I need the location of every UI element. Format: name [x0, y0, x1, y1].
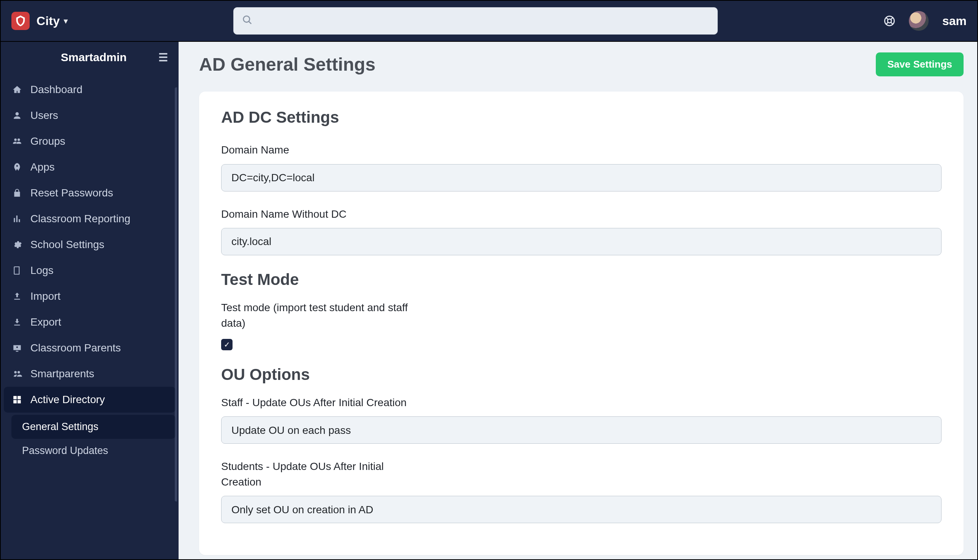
sidebar-item-label: Classroom Parents: [30, 342, 121, 354]
domain-name-label: Domain Name: [221, 142, 419, 158]
download-icon: [12, 317, 23, 327]
user-icon: [12, 110, 23, 120]
sidebar-item-classroom-reporting[interactable]: Classroom Reporting: [4, 206, 175, 232]
sidebar: Smartadmin ☰ DashboardUsersGroupsAppsRes…: [1, 42, 178, 559]
sidebar-item-label: Smartparents: [30, 368, 94, 380]
sidebar-subitem-general-settings[interactable]: General Settings: [12, 415, 175, 439]
sidebar-item-label: Active Directory: [30, 393, 105, 406]
staff-ou-label: Staff - Update OUs After Initial Creatio…: [221, 395, 419, 411]
sidebar-item-import[interactable]: Import: [4, 283, 175, 309]
org-name: City: [37, 14, 60, 28]
search-icon: [242, 15, 252, 28]
svg-line-6: [886, 22, 888, 24]
sidebar-item-label: Classroom Reporting: [30, 213, 130, 225]
sidebar-item-active-directory[interactable]: Active Directory: [4, 387, 175, 413]
sidebar-item-reset-passwords[interactable]: Reset Passwords: [4, 180, 175, 206]
sidebar-item-smartparents[interactable]: Smartparents: [4, 361, 175, 387]
section-title-ou: OU Options: [221, 365, 941, 384]
people-icon: [12, 369, 23, 379]
chevron-down-icon: ▾: [64, 16, 68, 25]
section-title-testmode: Test Mode: [221, 270, 941, 289]
classroom-icon: [12, 343, 23, 353]
sidebar-item-apps[interactable]: Apps: [4, 154, 175, 180]
sidebar-item-label: Users: [30, 109, 58, 122]
username: sam: [942, 14, 966, 28]
svg-line-5: [891, 22, 893, 24]
grid-icon: [12, 395, 23, 405]
upload-icon: [12, 292, 23, 301]
sidebar-item-label: Reset Passwords: [30, 187, 113, 199]
sidebar-item-label: Apps: [30, 161, 55, 173]
svg-line-7: [891, 17, 893, 19]
home-icon: [12, 85, 23, 95]
testmode-checkbox[interactable]: ✓: [221, 339, 233, 350]
svg-line-4: [886, 17, 888, 19]
students-ou-label: Students - Update OUs After Initial Crea…: [221, 459, 419, 490]
sidebar-item-dashboard[interactable]: Dashboard: [4, 77, 175, 103]
sidebar-item-label: School Settings: [30, 238, 105, 251]
domain-name-nodc-label: Domain Name Without DC: [221, 207, 419, 222]
app-logo: [12, 12, 30, 30]
page-title: AD General Settings: [199, 54, 375, 75]
content: AD General Settings Save Settings AD DC …: [178, 42, 977, 559]
search-input[interactable]: [233, 7, 718, 35]
sidebar-item-label: Export: [30, 316, 61, 328]
rocket-icon: [12, 162, 23, 172]
save-button[interactable]: Save Settings: [876, 52, 963, 77]
gear-icon: [12, 240, 23, 250]
sidebar-item-label: Import: [30, 290, 60, 302]
sidebar-subitem-password-updates[interactable]: Password Updates: [12, 439, 175, 463]
avatar[interactable]: [909, 11, 929, 31]
sidebar-item-label: Dashboard: [30, 83, 82, 96]
chart-icon: [12, 214, 23, 224]
sidebar-item-export[interactable]: Export: [4, 309, 175, 335]
book-icon: [12, 265, 23, 275]
org-switcher[interactable]: City ▾: [12, 12, 68, 30]
sidebar-item-logs[interactable]: Logs: [4, 258, 175, 283]
group-icon: [12, 137, 23, 146]
section-title-dc: AD DC Settings: [221, 108, 941, 127]
domain-name-input[interactable]: [221, 164, 941, 192]
sidebar-item-school-settings[interactable]: School Settings: [4, 232, 175, 258]
sidebar-item-users[interactable]: Users: [4, 103, 175, 128]
sidebar-item-classroom-parents[interactable]: Classroom Parents: [4, 335, 175, 361]
domain-name-nodc-input[interactable]: [221, 228, 941, 255]
sidebar-item-label: Groups: [30, 135, 65, 147]
help-icon[interactable]: [884, 15, 895, 27]
lock-icon: [12, 188, 23, 198]
students-ou-select[interactable]: Only set OU on creation in AD: [221, 496, 941, 523]
hamburger-icon[interactable]: ☰: [158, 51, 168, 64]
svg-line-1: [249, 22, 251, 23]
testmode-label: Test mode (import test student and staff…: [221, 300, 419, 331]
sidebar-item-groups[interactable]: Groups: [4, 128, 175, 154]
staff-ou-select[interactable]: Update OU on each pass: [221, 417, 941, 444]
sidebar-item-label: Logs: [30, 265, 53, 277]
sidebar-brand: Smartadmin: [61, 51, 127, 64]
